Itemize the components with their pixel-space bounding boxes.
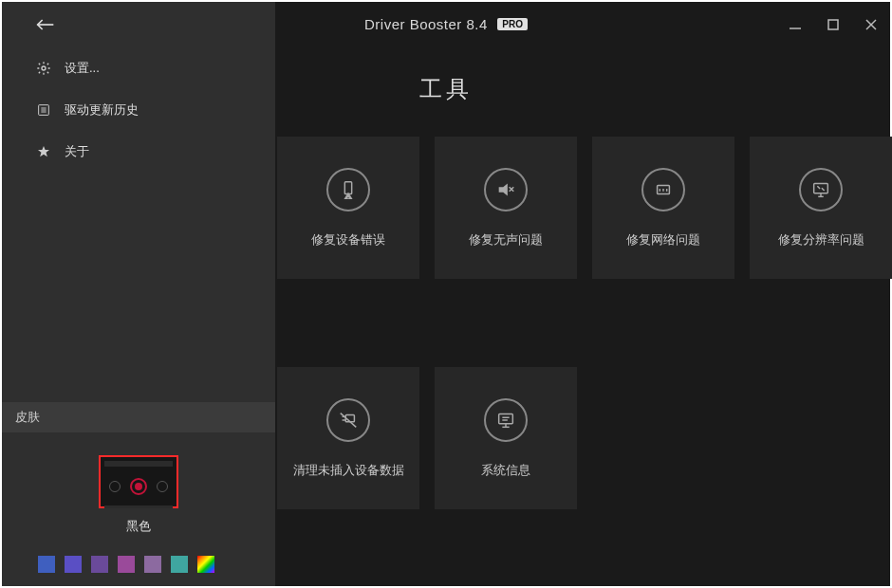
minimize-icon (789, 18, 802, 31)
card-label: 清理未插入设备数据 (293, 463, 404, 479)
monitor-icon (799, 168, 843, 211)
swatch-indigo[interactable] (65, 556, 82, 573)
swatch-mauve[interactable] (144, 556, 161, 573)
swatch-magenta[interactable] (118, 556, 135, 573)
network-icon (641, 168, 685, 211)
color-swatches (2, 544, 275, 586)
sidebar-item-about[interactable]: 关于 (2, 131, 275, 173)
minimize-button[interactable] (776, 2, 814, 47)
window-controls (776, 2, 890, 47)
sidebar-panel: 设置... 驱动更新历史 关于 皮肤 黑色 (2, 2, 275, 586)
tools-grid-row1: 修复设备错误 修复无声问题 修复网络问题 修复分辨率问题 (277, 137, 892, 279)
arrow-left-icon (36, 18, 55, 31)
system-info-icon (484, 398, 528, 442)
svg-rect-15 (814, 183, 828, 193)
sidebar-item-label: 驱动更新历史 (65, 101, 139, 119)
svg-rect-4 (344, 181, 351, 193)
gear-icon (36, 61, 51, 76)
card-fix-network[interactable]: 修复网络问题 (592, 137, 734, 279)
card-clean-unplugged[interactable]: 清理未插入设备数据 (277, 367, 419, 509)
back-button[interactable] (2, 2, 275, 47)
device-warning-icon (326, 168, 370, 211)
card-fix-resolution[interactable]: 修复分辨率问题 (750, 137, 892, 279)
swatch-teal[interactable] (171, 556, 188, 573)
sidebar-item-history[interactable]: 驱动更新历史 (2, 89, 275, 131)
card-fix-sound[interactable]: 修复无声问题 (435, 137, 577, 279)
app-window: Driver Booster 8.4 PRO 工具 修复设备错误 (2, 2, 890, 586)
star-icon (36, 144, 51, 159)
close-icon (864, 18, 878, 31)
card-label: 修复网络问题 (626, 232, 700, 248)
maximize-button[interactable] (814, 2, 852, 47)
card-label: 系统信息 (481, 463, 530, 479)
sidebar-spacer (2, 173, 275, 402)
svg-rect-1 (828, 20, 838, 29)
maximize-icon (827, 18, 840, 31)
svg-line-18 (817, 186, 820, 189)
swatch-blue[interactable] (38, 556, 55, 573)
svg-marker-35 (38, 146, 49, 156)
card-system-info[interactable]: 系统信息 (435, 367, 577, 509)
svg-point-30 (42, 66, 46, 70)
sidebar-item-label: 设置... (65, 60, 100, 77)
skin-name-label: 黑色 (126, 518, 151, 535)
sidebar-item-label: 关于 (65, 143, 89, 160)
app-title-text: Driver Booster 8.4 (364, 16, 488, 32)
skin-section-header: 皮肤 (2, 402, 275, 432)
skin-preview: 黑色 (2, 432, 275, 544)
pro-badge: PRO (497, 18, 528, 30)
app-title: Driver Booster 8.4 PRO (364, 16, 528, 33)
speaker-mute-icon (484, 168, 528, 211)
card-label: 修复分辨率问题 (778, 232, 864, 248)
sidebar-item-settings[interactable]: 设置... (2, 47, 275, 89)
tools-grid-row2: 清理未插入设备数据 系统信息 (277, 367, 892, 509)
svg-point-7 (347, 197, 348, 198)
svg-marker-8 (499, 183, 508, 195)
swatch-violet[interactable] (91, 556, 108, 573)
card-label: 修复设备错误 (311, 232, 385, 248)
svg-rect-24 (499, 413, 513, 423)
unplugged-icon (326, 398, 370, 442)
card-fix-device[interactable]: 修复设备错误 (277, 137, 419, 279)
svg-line-19 (822, 188, 825, 191)
skin-thumbnail[interactable] (99, 455, 178, 508)
list-icon (36, 102, 51, 118)
close-button[interactable] (852, 2, 890, 47)
card-label: 修复无声问题 (469, 232, 543, 248)
swatch-custom[interactable] (197, 556, 214, 573)
